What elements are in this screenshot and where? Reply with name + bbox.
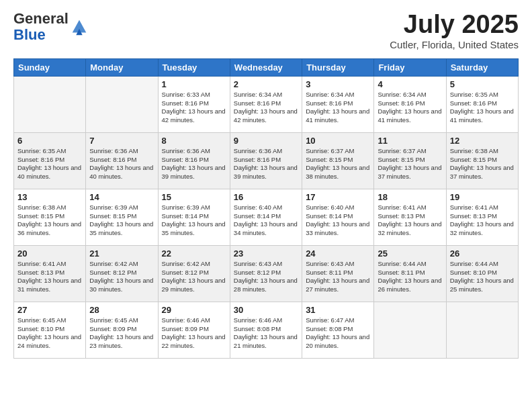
day-info: Sunrise: 6:36 AM Sunset: 8:16 PM Dayligh… xyxy=(162,147,226,181)
calendar-header-saturday: Saturday xyxy=(446,58,518,76)
day-info: Sunrise: 6:36 AM Sunset: 8:16 PM Dayligh… xyxy=(234,147,298,181)
calendar-cell: 13Sunrise: 6:38 AM Sunset: 8:15 PM Dayli… xyxy=(14,189,86,245)
calendar-cell: 28Sunrise: 6:45 AM Sunset: 8:09 PM Dayli… xyxy=(86,302,158,358)
title-location: Cutler, Florida, United States xyxy=(390,39,519,50)
calendar-cell: 18Sunrise: 6:41 AM Sunset: 8:13 PM Dayli… xyxy=(374,189,446,245)
calendar-cell: 31Sunrise: 6:47 AM Sunset: 8:08 PM Dayli… xyxy=(302,302,374,358)
logo-text: General Blue xyxy=(13,11,69,43)
calendar-header-wednesday: Wednesday xyxy=(230,58,302,76)
day-info: Sunrise: 6:37 AM Sunset: 8:15 PM Dayligh… xyxy=(306,147,370,181)
calendar-cell: 2Sunrise: 6:34 AM Sunset: 8:16 PM Daylig… xyxy=(230,76,302,132)
calendar-cell: 16Sunrise: 6:40 AM Sunset: 8:14 PM Dayli… xyxy=(230,189,302,245)
day-info: Sunrise: 6:42 AM Sunset: 8:12 PM Dayligh… xyxy=(162,260,226,294)
day-number: 8 xyxy=(162,136,226,146)
day-info: Sunrise: 6:41 AM Sunset: 8:13 PM Dayligh… xyxy=(17,260,82,294)
calendar-week-row: 13Sunrise: 6:38 AM Sunset: 8:15 PM Dayli… xyxy=(14,189,519,245)
day-info: Sunrise: 6:41 AM Sunset: 8:13 PM Dayligh… xyxy=(378,203,442,238)
day-info: Sunrise: 6:36 AM Sunset: 8:16 PM Dayligh… xyxy=(89,147,154,181)
day-info: Sunrise: 6:34 AM Sunset: 8:16 PM Dayligh… xyxy=(378,91,442,125)
calendar-cell: 27Sunrise: 6:45 AM Sunset: 8:10 PM Dayli… xyxy=(14,302,86,358)
logo-blue: Blue xyxy=(13,26,46,43)
title-month: July 2025 xyxy=(390,11,519,39)
day-number: 31 xyxy=(306,305,370,315)
day-number: 12 xyxy=(450,136,515,146)
calendar-cell: 6Sunrise: 6:35 AM Sunset: 8:16 PM Daylig… xyxy=(14,132,86,189)
day-info: Sunrise: 6:37 AM Sunset: 8:15 PM Dayligh… xyxy=(378,147,442,181)
calendar-header-friday: Friday xyxy=(374,58,446,76)
calendar-cell: 29Sunrise: 6:46 AM Sunset: 8:09 PM Dayli… xyxy=(158,302,230,358)
day-info: Sunrise: 6:41 AM Sunset: 8:13 PM Dayligh… xyxy=(450,203,515,238)
day-number: 1 xyxy=(162,79,226,89)
calendar-cell: 30Sunrise: 6:46 AM Sunset: 8:08 PM Dayli… xyxy=(230,302,302,358)
day-info: Sunrise: 6:39 AM Sunset: 8:14 PM Dayligh… xyxy=(162,203,226,238)
calendar-cell: 14Sunrise: 6:39 AM Sunset: 8:15 PM Dayli… xyxy=(86,189,158,245)
title-block: July 2025 Cutler, Florida, United States xyxy=(390,11,519,50)
day-info: Sunrise: 6:46 AM Sunset: 8:08 PM Dayligh… xyxy=(234,316,298,351)
day-info: Sunrise: 6:38 AM Sunset: 8:15 PM Dayligh… xyxy=(450,147,515,181)
day-number: 2 xyxy=(234,79,298,89)
calendar-cell: 10Sunrise: 6:37 AM Sunset: 8:15 PM Dayli… xyxy=(302,132,374,189)
calendar-header-row: SundayMondayTuesdayWednesdayThursdayFrid… xyxy=(14,58,519,76)
day-info: Sunrise: 6:47 AM Sunset: 8:08 PM Dayligh… xyxy=(306,316,370,351)
calendar-cell xyxy=(14,76,86,132)
page: General Blue July 2025 Cutler, Florida, … xyxy=(0,0,532,365)
day-number: 20 xyxy=(17,248,82,259)
day-info: Sunrise: 6:45 AM Sunset: 8:10 PM Dayligh… xyxy=(17,316,82,351)
day-number: 23 xyxy=(234,248,298,259)
calendar-cell: 4Sunrise: 6:34 AM Sunset: 8:16 PM Daylig… xyxy=(374,76,446,132)
day-info: Sunrise: 6:38 AM Sunset: 8:15 PM Dayligh… xyxy=(17,203,82,238)
day-info: Sunrise: 6:43 AM Sunset: 8:12 PM Dayligh… xyxy=(234,260,298,294)
calendar-table: SundayMondayTuesdayWednesdayThursdayFrid… xyxy=(13,58,519,359)
day-number: 16 xyxy=(234,192,298,202)
day-info: Sunrise: 6:35 AM Sunset: 8:16 PM Dayligh… xyxy=(450,91,515,125)
day-number: 11 xyxy=(378,136,442,146)
calendar-cell: 24Sunrise: 6:43 AM Sunset: 8:11 PM Dayli… xyxy=(302,245,374,302)
calendar-cell: 3Sunrise: 6:34 AM Sunset: 8:16 PM Daylig… xyxy=(302,76,374,132)
day-info: Sunrise: 6:40 AM Sunset: 8:14 PM Dayligh… xyxy=(234,203,298,238)
day-number: 28 xyxy=(89,305,154,315)
day-info: Sunrise: 6:34 AM Sunset: 8:16 PM Dayligh… xyxy=(234,91,298,125)
day-info: Sunrise: 6:46 AM Sunset: 8:09 PM Dayligh… xyxy=(162,316,226,351)
calendar-cell: 12Sunrise: 6:38 AM Sunset: 8:15 PM Dayli… xyxy=(446,132,518,189)
calendar-week-row: 20Sunrise: 6:41 AM Sunset: 8:13 PM Dayli… xyxy=(14,245,519,302)
calendar-week-row: 6Sunrise: 6:35 AM Sunset: 8:16 PM Daylig… xyxy=(14,132,519,189)
day-info: Sunrise: 6:43 AM Sunset: 8:11 PM Dayligh… xyxy=(306,260,370,294)
day-number: 29 xyxy=(162,305,226,315)
day-number: 13 xyxy=(17,192,82,202)
day-info: Sunrise: 6:35 AM Sunset: 8:16 PM Dayligh… xyxy=(17,147,82,181)
day-number: 24 xyxy=(306,248,370,259)
calendar-cell: 8Sunrise: 6:36 AM Sunset: 8:16 PM Daylig… xyxy=(158,132,230,189)
calendar-header-sunday: Sunday xyxy=(14,58,86,76)
day-info: Sunrise: 6:39 AM Sunset: 8:15 PM Dayligh… xyxy=(89,203,154,238)
calendar-cell: 11Sunrise: 6:37 AM Sunset: 8:15 PM Dayli… xyxy=(374,132,446,189)
calendar-header-tuesday: Tuesday xyxy=(158,58,230,76)
calendar-cell: 15Sunrise: 6:39 AM Sunset: 8:14 PM Dayli… xyxy=(158,189,230,245)
logo-icon xyxy=(70,17,89,36)
logo-general: General xyxy=(13,10,69,27)
calendar-week-row: 27Sunrise: 6:45 AM Sunset: 8:10 PM Dayli… xyxy=(14,302,519,358)
day-number: 30 xyxy=(234,305,298,315)
calendar-cell xyxy=(374,302,446,358)
calendar-cell: 1Sunrise: 6:33 AM Sunset: 8:16 PM Daylig… xyxy=(158,76,230,132)
calendar-cell: 25Sunrise: 6:44 AM Sunset: 8:11 PM Dayli… xyxy=(374,245,446,302)
day-number: 10 xyxy=(306,136,370,146)
calendar-week-row: 1Sunrise: 6:33 AM Sunset: 8:16 PM Daylig… xyxy=(14,76,519,132)
calendar-cell: 5Sunrise: 6:35 AM Sunset: 8:16 PM Daylig… xyxy=(446,76,518,132)
day-number: 6 xyxy=(17,136,82,146)
calendar-header-monday: Monday xyxy=(86,58,158,76)
day-number: 5 xyxy=(450,79,515,89)
day-number: 26 xyxy=(450,248,515,259)
calendar-cell: 19Sunrise: 6:41 AM Sunset: 8:13 PM Dayli… xyxy=(446,189,518,245)
day-number: 9 xyxy=(234,136,298,146)
calendar-cell: 21Sunrise: 6:42 AM Sunset: 8:12 PM Dayli… xyxy=(86,245,158,302)
day-number: 27 xyxy=(17,305,82,315)
logo: General Blue xyxy=(13,11,89,43)
calendar-cell xyxy=(446,302,518,358)
day-info: Sunrise: 6:34 AM Sunset: 8:16 PM Dayligh… xyxy=(306,91,370,125)
calendar-cell: 20Sunrise: 6:41 AM Sunset: 8:13 PM Dayli… xyxy=(14,245,86,302)
calendar-cell: 17Sunrise: 6:40 AM Sunset: 8:14 PM Dayli… xyxy=(302,189,374,245)
day-number: 4 xyxy=(378,79,442,89)
calendar-header-thursday: Thursday xyxy=(302,58,374,76)
day-number: 7 xyxy=(89,136,154,146)
day-info: Sunrise: 6:44 AM Sunset: 8:11 PM Dayligh… xyxy=(378,260,442,294)
